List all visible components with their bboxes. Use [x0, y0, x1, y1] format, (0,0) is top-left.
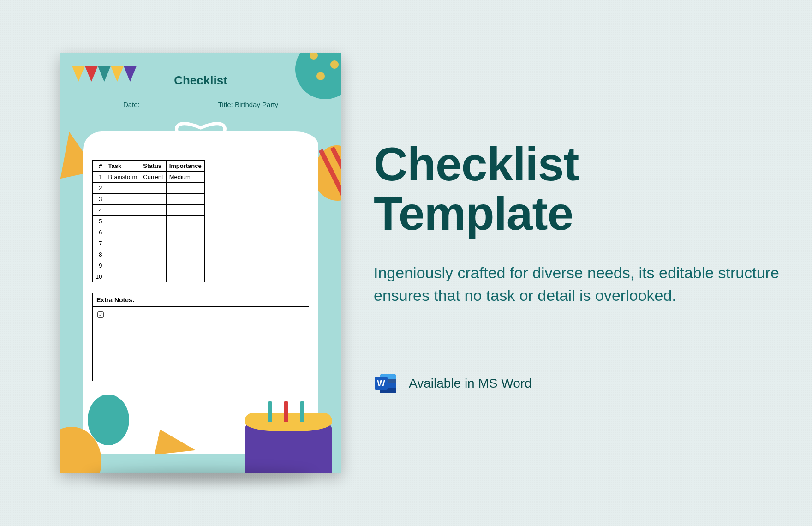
- col-imp: Importance: [166, 161, 204, 172]
- availability-label: Available in MS Word: [409, 376, 532, 391]
- availability-row: W Available in MS Word: [374, 371, 780, 395]
- svg-text:W: W: [377, 379, 385, 388]
- table-row: 2: [93, 183, 205, 194]
- table-row: 7: [93, 238, 205, 249]
- info-panel: Checklist Template Ingeniously crafted f…: [341, 131, 780, 396]
- table-row: 5: [93, 216, 205, 227]
- col-num: #: [93, 161, 105, 172]
- title-label: Title: Birthday Party: [218, 101, 278, 108]
- cake-icon: [245, 422, 332, 473]
- bunting-icon: [72, 66, 137, 84]
- table-row: 1BrainstormCurrentMedium: [93, 172, 205, 183]
- svg-point-0: [310, 53, 318, 60]
- svg-point-2: [316, 72, 325, 80]
- table-row: 3: [93, 194, 205, 205]
- table-row: 6: [93, 227, 205, 238]
- col-task: Task: [105, 161, 140, 172]
- note-checkbox: ✓: [97, 311, 104, 318]
- page-heading: Checklist Template: [374, 140, 780, 239]
- checklist-document: Checklist Date: Title: Birthday Party # …: [60, 53, 341, 473]
- balloon-icon: [88, 394, 129, 445]
- page-description: Ingeniously crafted for diverse needs, i…: [374, 262, 780, 307]
- col-status: Status: [140, 161, 166, 172]
- table-row: 10: [93, 271, 205, 282]
- candle-icon: [300, 401, 304, 422]
- extra-notes-box: Extra Notes: ✓: [92, 293, 309, 381]
- candle-icon: [268, 401, 272, 422]
- table-row: 4: [93, 205, 205, 216]
- table-row: 9: [93, 260, 205, 271]
- template-preview-card: Checklist Date: Title: Birthday Party # …: [60, 53, 341, 473]
- ms-word-icon: W: [374, 371, 398, 395]
- candle-icon: [284, 401, 288, 422]
- table-row: 8: [93, 249, 205, 260]
- svg-point-1: [330, 60, 339, 69]
- extra-notes-label: Extra Notes:: [93, 293, 309, 307]
- checklist-table: # Task Status Importance 1BrainstormCurr…: [92, 160, 205, 282]
- balloon-icon: [295, 53, 341, 99]
- date-label: Date:: [123, 101, 140, 108]
